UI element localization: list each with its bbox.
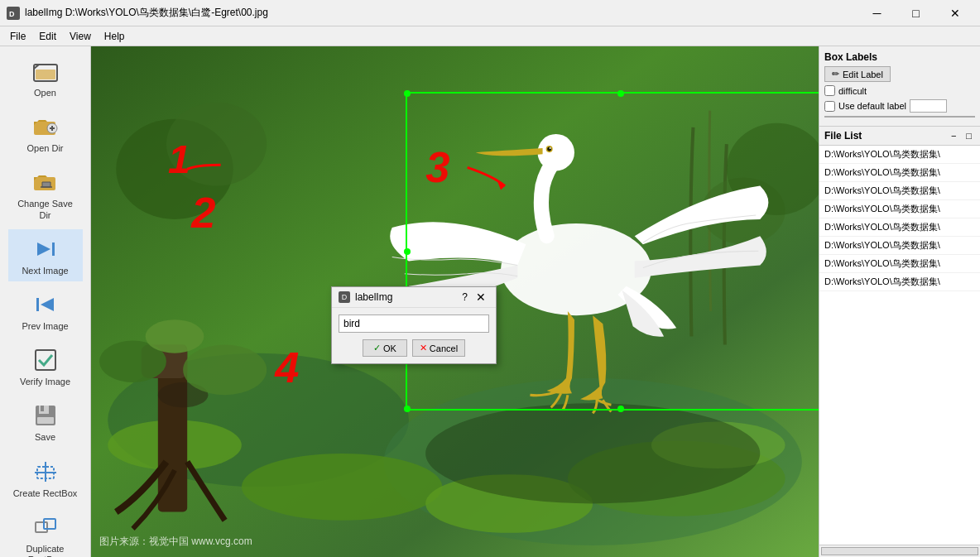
titlebar: D labelImg D:\Works\YOLO\鸟类数据集\白鹭-Egret\… [0,0,980,26]
window-controls[interactable]: ─ □ ✕ [858,2,973,25]
dialog-close-button[interactable]: ✕ [473,291,489,304]
menu-view[interactable]: View [63,29,98,44]
cancel-icon: ✕ [420,343,427,353]
save-label: Save [35,432,55,443]
dialog-title-area: D labelImg [339,291,392,303]
create-rectbox-label: Create RectBox [13,488,78,499]
open-button[interactable]: Open [8,51,83,103]
svg-marker-9 [41,298,54,311]
file-list-header: File List − □ [819,127,980,146]
prev-image-button[interactable]: Prev Image [8,285,83,337]
dialog-overlay: D labelImg ? ✕ ✓ OK [91,46,819,557]
svg-rect-15 [37,417,54,424]
ok-checkmark-icon: ✓ [373,343,381,353]
file-item[interactable]: D:\Works\YOLO\鸟类数据集\ [819,273,980,291]
prev-image-label: Prev Image [22,321,68,332]
svg-rect-20 [44,519,55,529]
use-default-label-row: Use default label [824,99,975,113]
svg-text:D: D [9,10,15,18]
file-item[interactable]: D:\Works\YOLO\鸟类数据集\ [819,200,980,218]
next-image-icon [31,234,60,264]
toolbar: Open Open Dir [0,46,91,557]
right-panel: Box Labels ✏ Edit Label difficult Use de… [819,46,980,557]
dialog-title-text: labelImg [355,291,392,303]
minimize-button[interactable]: ─ [858,2,896,25]
open-dir-icon [31,112,60,142]
change-save-dir-icon [31,167,60,197]
change-save-dir-button[interactable]: Change Save Dir [8,162,83,225]
edit-label-icon: ✏ [832,69,839,79]
menu-edit[interactable]: Edit [32,29,63,44]
use-default-label-checkbox[interactable] [824,101,835,112]
file-item[interactable]: D:\Works\YOLO\鸟类数据集\ [819,146,980,164]
svg-marker-7 [37,242,50,256]
duplicate-rectbox-label: Duplicate RectBox [12,544,79,557]
canvas-area[interactable]: 2 1 3 4 图片来源：视觉中国 www.vcg.co [91,46,819,557]
close-button[interactable]: ✕ [936,2,973,25]
save-icon [31,401,60,430]
open-dir-button[interactable]: Open Dir [8,107,83,159]
prev-image-icon [31,290,60,319]
file-list-body[interactable]: D:\Works\YOLO\鸟类数据集\ D:\Works\YOLO\鸟类数据集… [819,146,980,545]
duplicate-rectbox-icon [31,512,60,542]
verify-image-label: Verify Image [20,377,70,387]
dialog-body: ✓ OK ✕ Cancel [332,308,496,363]
box-labels-section: Box Labels ✏ Edit Label difficult Use de… [819,46,980,127]
open-label: Open [34,88,56,98]
file-list-expand-button[interactable]: □ [963,130,975,142]
file-item[interactable]: D:\Works\YOLO\鸟类数据集\ [819,182,980,200]
edit-label-text: Edit Label [843,70,883,79]
dialog-buttons: ✓ OK ✕ Cancel [339,339,489,357]
file-item[interactable]: D:\Works\YOLO\鸟类数据集\ [819,255,980,273]
file-item[interactable]: D:\Works\YOLO\鸟类数据集\ [819,218,980,237]
window-title: labelImg D:\Works\YOLO\鸟类数据集\白鹭-Egret\00… [25,6,858,20]
label-input[interactable] [339,315,489,333]
change-save-dir-label: Change Save Dir [12,199,79,220]
menu-file[interactable]: File [3,29,32,44]
ok-label: OK [383,343,396,353]
file-list-hide-button[interactable]: − [948,130,959,142]
create-rectbox-button[interactable]: Create RectBox [8,452,83,504]
label-dialog: D labelImg ? ✕ ✓ OK [331,286,497,364]
verify-image-button[interactable]: Verify Image [8,340,83,392]
horizontal-scrollbar[interactable] [821,547,978,555]
cancel-label: Cancel [430,343,458,353]
box-labels-title: Box Labels [824,51,975,63]
file-list-section: File List − □ D:\Works\YOLO\鸟类数据集\ D:\Wo… [819,127,980,557]
dialog-cancel-button[interactable]: ✕ Cancel [412,339,465,357]
edit-label-button[interactable]: ✏ Edit Label [824,66,891,82]
menu-help[interactable]: Help [98,29,132,44]
svg-rect-11 [36,350,55,370]
file-item[interactable]: D:\Works\YOLO\鸟类数据集\ [819,237,980,255]
next-image-button[interactable]: Next Image [8,229,83,281]
svg-rect-19 [36,522,47,532]
file-list-scrollbar[interactable] [819,545,980,557]
create-rectbox-icon [31,457,60,487]
svg-rect-3 [36,70,55,79]
dialog-app-icon: D [339,291,350,303]
dialog-titlebar: D labelImg ? ✕ [332,287,496,308]
use-default-label-text: Use default label [838,101,906,111]
save-button[interactable]: Save [8,396,83,448]
verify-image-icon [31,345,60,375]
dialog-help-button[interactable]: ? [459,291,471,304]
difficult-label: difficult [838,86,867,96]
default-label-input[interactable] [910,99,947,113]
menubar: File Edit View Help [0,26,980,46]
app-icon: D [7,7,20,20]
label-list-area [824,116,975,118]
main-layout: Open Open Dir [0,46,980,557]
svg-rect-8 [52,242,55,256]
open-icon [31,56,60,86]
dialog-ok-button[interactable]: ✓ OK [363,339,407,357]
maximize-button[interactable]: □ [897,2,934,25]
difficult-checkbox[interactable] [824,85,835,96]
next-image-label: Next Image [22,266,68,276]
file-list-controls[interactable]: − □ [948,130,975,142]
duplicate-rectbox-button[interactable]: Duplicate RectBox [8,507,83,557]
open-dir-label: Open Dir [26,143,63,154]
svg-rect-14 [41,406,44,411]
file-item[interactable]: D:\Works\YOLO\鸟类数据集\ [819,164,980,182]
svg-rect-10 [36,298,39,311]
difficult-row: difficult [824,85,975,96]
